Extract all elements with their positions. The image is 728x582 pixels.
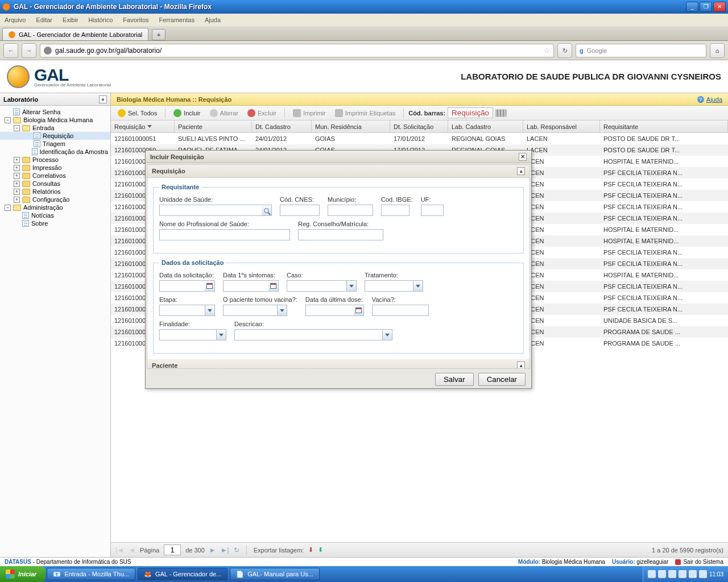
dialog-titlebar[interactable]: Incluir Requisição ✕ (146, 151, 531, 163)
minimize-button[interactable]: _ (686, 2, 698, 12)
menu-favoritos[interactable]: Favoritos (123, 16, 148, 23)
incluir-button[interactable]: Incluir (170, 108, 204, 118)
tree-impressao[interactable]: +Impressão (0, 164, 110, 172)
calendar-button[interactable] (354, 305, 364, 316)
help-link[interactable]: Ajuda (697, 96, 722, 103)
tree-biologia-medica[interactable]: −Biologia Médica Humana (0, 116, 110, 124)
calendar-button[interactable] (268, 280, 279, 292)
export-xls-icon[interactable]: ⬇ (318, 546, 323, 554)
collapse-sidebar-button[interactable]: « (99, 95, 107, 103)
tree-requisicao[interactable]: Requisição (0, 132, 110, 140)
next-page-button[interactable]: ► (209, 546, 216, 554)
tray-icon[interactable] (658, 570, 666, 578)
vacina-q-input[interactable] (223, 305, 277, 316)
menu-ferramentas[interactable]: Ferramentas (159, 16, 195, 23)
cancelar-button[interactable]: Cancelar (478, 373, 526, 386)
panel-paciente-header[interactable]: Paciente ▴ (147, 359, 530, 369)
reload-button[interactable]: ↻ (557, 43, 572, 58)
start-button[interactable]: Iniciar (0, 566, 46, 582)
tree-alterar-senha[interactable]: Alterar Senha (0, 108, 110, 116)
caso-input[interactable] (287, 280, 346, 292)
taskbar-item[interactable]: 🦊GAL - Gerenciador de... (138, 568, 228, 580)
forward-button[interactable]: → (22, 43, 36, 58)
collapse-panel-button[interactable]: ▴ (517, 167, 525, 175)
imprimir-etiquetas-button[interactable]: Imprimir Etiquetas (332, 108, 399, 118)
page-input[interactable] (164, 544, 181, 555)
back-button[interactable]: ← (3, 43, 18, 58)
dropdown-button[interactable] (205, 305, 215, 316)
dialog-close-button[interactable]: ✕ (519, 153, 527, 161)
tree-correlativos[interactable]: +Correlativos (0, 172, 110, 180)
imprimir-button[interactable]: Imprimir (289, 108, 329, 118)
search-input[interactable]: g Google (576, 44, 706, 57)
col-requisitante[interactable]: Requisitante (600, 120, 728, 132)
tree-entrada[interactable]: −Entrada (0, 124, 110, 132)
lookup-button[interactable] (262, 205, 272, 216)
first-page-button[interactable]: |◄ (115, 546, 124, 554)
tree-noticias[interactable]: Notícias (0, 211, 110, 219)
tree-relatorios[interactable]: +Relatórios (0, 188, 110, 196)
taskbar-item[interactable]: 📧Entrada - Mozilla Thu... (47, 568, 135, 580)
tray-icon[interactable] (679, 570, 686, 578)
col-dt-solicitacao[interactable]: Dt. Solicitação (390, 120, 448, 132)
col-requisicao[interactable]: Requisição (111, 120, 175, 132)
tray-icon[interactable] (699, 570, 707, 578)
alterar-button[interactable]: Alterar (206, 108, 242, 118)
calendar-button[interactable] (205, 280, 215, 292)
tree-ident-amostra[interactable]: Identificação da Amostra (0, 148, 110, 156)
home-button[interactable]: ⌂ (710, 43, 725, 58)
reg-conselho-input[interactable] (298, 229, 383, 240)
unidade-saude-input[interactable] (159, 205, 262, 216)
url-input[interactable]: gal.saude.go.gov.br/gal/laboratorio/ ☆ (40, 44, 554, 57)
tray-icon[interactable] (648, 570, 656, 578)
finalidade-input[interactable] (159, 329, 216, 340)
dropdown-button[interactable] (346, 280, 357, 292)
menu-historico[interactable]: Histórico (89, 16, 113, 23)
select-all-button[interactable]: Sel. Todos (114, 108, 160, 118)
vacina-input[interactable] (372, 305, 429, 316)
barcode-icon[interactable] (495, 109, 507, 117)
logout-button[interactable]: Sair do Sistema (675, 559, 723, 565)
dropdown-button[interactable] (413, 280, 423, 292)
dropdown-button[interactable] (277, 305, 287, 316)
dropdown-button[interactable] (382, 329, 392, 340)
prev-page-button[interactable]: ◄ (129, 546, 135, 554)
refresh-button[interactable]: ↻ (234, 546, 239, 554)
menu-ajuda[interactable]: Ajuda (205, 16, 221, 23)
tree-triagem[interactable]: Triagem (0, 140, 110, 148)
collapse-panel-button[interactable]: ▴ (517, 361, 525, 369)
last-page-button[interactable]: ►| (221, 546, 229, 554)
col-dt-cadastro[interactable]: Dt. Cadastro (252, 120, 312, 132)
barcode-input[interactable] (448, 107, 493, 118)
tree-consultas[interactable]: +Consultas (0, 180, 110, 188)
etapa-input[interactable] (159, 305, 205, 316)
tree-administracao[interactable]: −Administração (0, 203, 110, 211)
browser-tab[interactable]: GAL - Gerenciador de Ambiente Laboratori… (2, 28, 148, 40)
menu-arquivo[interactable]: Arquivo (5, 16, 26, 23)
uf-input[interactable] (421, 205, 444, 216)
menu-exibir[interactable]: Exibir (63, 16, 78, 23)
panel-requisicao-header[interactable]: Requisição ▴ (147, 165, 530, 178)
tree-processo[interactable]: +Processo (0, 156, 110, 164)
col-paciente[interactable]: Paciente (175, 120, 252, 132)
new-tab-button[interactable]: + (152, 29, 166, 40)
tree-sobre[interactable]: Sobre (0, 219, 110, 227)
export-pdf-icon[interactable]: ⬇ (308, 546, 313, 554)
dropdown-button[interactable] (216, 329, 226, 340)
col-lab-responsavel[interactable]: Lab. Responsável (523, 120, 600, 132)
data-sintomas-input[interactable] (223, 280, 268, 292)
descricao-input[interactable] (234, 329, 382, 340)
excluir-button[interactable]: Excluir (244, 108, 280, 118)
prof-saude-input[interactable] (159, 229, 290, 240)
municipio-input[interactable] (328, 205, 373, 216)
col-mun-residencia[interactable]: Mun. Residência (312, 120, 390, 132)
tree-configuracao[interactable]: +Configuração (0, 196, 110, 203)
salvar-button[interactable]: Salvar (435, 373, 474, 386)
tray-icon[interactable] (668, 570, 676, 578)
cod-ibge-input[interactable] (381, 205, 410, 216)
table-row[interactable]: 121601000051SUELI ALVES PINTO MA...24/01… (111, 133, 728, 144)
cod-cnes-input[interactable] (280, 205, 320, 216)
close-button[interactable]: ✕ (713, 2, 726, 12)
col-lab-cadastro[interactable]: Lab. Cadastro (448, 120, 523, 132)
tratamento-input[interactable] (365, 280, 413, 292)
